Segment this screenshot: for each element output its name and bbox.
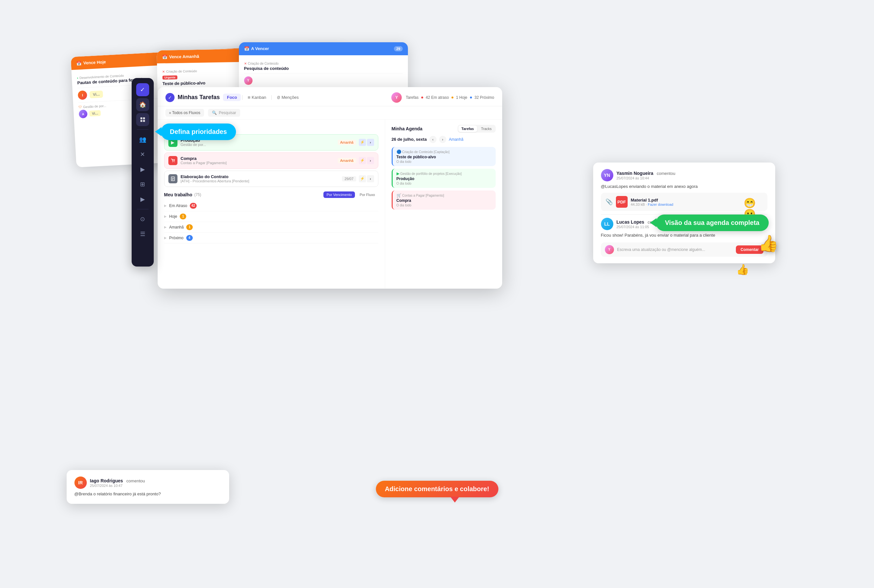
date-nav: 26 de julho, sexta ‹ › Amanhã (392, 136, 496, 143)
badge-atraso: 42 (190, 203, 196, 208)
filter-bar: ≡ Todos os Fluxos 🔍 Pesquisar (157, 106, 502, 120)
sidebar-icon-menu[interactable]: ☰ (136, 228, 149, 240)
tab-mencoes[interactable]: @ Menções (273, 94, 303, 101)
sidebar-icon-people[interactable]: 👥 (136, 133, 149, 146)
agenda-time-3: O dia todo (397, 204, 492, 207)
agenda-name-3: Compra (397, 198, 492, 203)
svg-rect-2 (140, 120, 142, 122)
tab-foco[interactable]: Foco (223, 94, 241, 101)
task-icon-gray (168, 174, 177, 183)
sidebar-icon-home[interactable]: 🏠 (136, 98, 149, 111)
file-name: Material 1.pdf (631, 198, 763, 202)
task-sub-producao: Gestão de por... (181, 143, 334, 147)
comment-text-yasmin: @LucasLopes enviando o material em anexo… (601, 183, 768, 190)
task-action-compra-1[interactable]: ⚡ (359, 157, 366, 164)
agenda-time-1: O dia todo (397, 160, 492, 164)
card-vence-hoje-title: 📅 Vence Hoje (76, 59, 106, 66)
svg-point-5 (174, 162, 175, 162)
task-actions-compra: ⚡ › (359, 157, 374, 164)
emoji-grin: 😁 (744, 198, 756, 208)
main-title-area: ✓ Minhas Tarefas Foco ⊞ Kanban @ Menções (165, 93, 303, 102)
task-info-compra: Compra Contas a Pagar [Pagamento] (181, 156, 334, 165)
tab-kanban[interactable]: ⊞ Kanban (244, 94, 270, 101)
sidebar-icon-tasks[interactable] (136, 113, 149, 126)
date-prev[interactable]: ‹ (429, 136, 436, 143)
agenda-tab-tarefas[interactable]: Tarefas (458, 126, 477, 132)
comment-text-lucas: Ficou show! Parabéns, já vou enviar o ma… (601, 232, 768, 238)
filter-all-flows[interactable]: ≡ Todos os Fluxos (165, 109, 204, 117)
arrow-icon-2: ▶ (164, 214, 167, 218)
work-tab-vencimento[interactable]: Por Vencimento (324, 192, 355, 198)
arrow-icon: ▶ (164, 204, 167, 207)
dot-yellow (451, 96, 453, 99)
task-contrato[interactable]: Elaboração do Contrato [ATH] - Procedime… (164, 171, 378, 187)
comment-action-yasmin: comentou (657, 171, 675, 176)
left-col: Meu Foco (3) ▶ ▶ Produção Gestão de por.… (157, 120, 385, 289)
task-meta-producao: Amanhã ⚡ › (338, 139, 374, 146)
urgent-badge: Urgente (162, 75, 177, 79)
agenda-item-3: 🛒 Contas a Pagar [Pagamento] Compra O di… (392, 190, 496, 210)
task-compra[interactable]: Compra Contas a Pagar [Pagamento] Amanhã… (164, 153, 378, 169)
task-meta-contrato: 29/07 ⚡ › (342, 175, 374, 182)
task-meta-compra: Amanhã ⚡ › (338, 157, 374, 164)
sidebar: ✓ 🏠 👥 ✕ ▶ ⊞ ▶ ⊙ ☰ (132, 78, 154, 267)
svg-rect-1 (143, 117, 145, 119)
comment-name-area-iago: Iago Rodrigues comentou 25/07/2024 às 10… (90, 478, 221, 488)
sidebar-icon-circle[interactable]: ⊙ (136, 213, 149, 226)
agenda-header: Minha Agenda Tarefas Tracks (392, 125, 496, 133)
avatar-current-user: Y (605, 245, 614, 254)
search-box[interactable]: 🔍 Pesquisar (208, 109, 240, 117)
avatar-2: A (79, 109, 87, 118)
file-meta: 44.33 kB · Fazer download (631, 202, 763, 206)
sidebar-icon-play[interactable]: ▶ (136, 163, 149, 176)
date-next[interactable]: › (439, 136, 446, 143)
main-panel-title: Minhas Tarefas (178, 94, 220, 101)
comment-text-iago: @Brenda o relatório financeiro já está p… (75, 491, 221, 497)
comment-file: 📎 PDF Material 1.pdf 44.33 kB · Fazer do… (601, 193, 768, 211)
sidebar-icon-play2[interactable]: ▶ (136, 193, 149, 206)
tab-bar: Foco ⊞ Kanban @ Menções (223, 94, 303, 101)
task-name-compra: Compra (181, 156, 334, 161)
work-tabs: Por Vencimento Por Fluxo (324, 192, 378, 198)
sidebar-icon-x[interactable]: ✕ (136, 148, 149, 161)
work-item-amanha[interactable]: ▶ Amanhã 1 (164, 222, 378, 233)
sidebar-divider-1 (137, 129, 148, 130)
svg-rect-0 (140, 117, 142, 119)
agenda-item-2: ▶ Gestão de portfólio de projetos [Execu… (392, 169, 496, 188)
comment-input[interactable]: Escreva uma atualização ou @mencione alg… (617, 248, 733, 252)
task-action-compra-2[interactable]: › (367, 157, 374, 164)
task-action-contrato-2[interactable]: › (367, 175, 374, 182)
avatar-user: Y (391, 92, 402, 103)
task-action-1[interactable]: ⚡ (359, 139, 366, 146)
work-item-proximo[interactable]: ▶ Próximo 4 (164, 233, 378, 243)
comment-card-iago: IR Iago Rodrigues comentou 25/07/2024 às… (67, 470, 229, 504)
task-action-2[interactable]: › (367, 139, 374, 146)
work-tab-fluxo[interactable]: Por Fluxo (356, 192, 378, 198)
comment-input-area: Y Escreva uma atualização ou @mencione a… (601, 243, 768, 257)
callout-pink: Adicione comentários e colabore! (376, 481, 498, 497)
badge-amanha: 1 (186, 224, 193, 230)
badge-group: Tarefas 42 Em atraso 1 Hoje 32 Próximo (406, 95, 494, 100)
work-item-hoje[interactable]: ▶ Hoje 1 (164, 211, 378, 222)
comment-action-iago: comentou (126, 478, 145, 483)
task-sub-contrato: [ATH] - Procedimentos Abertura [Pendente… (181, 179, 339, 183)
sidebar-icon-grid[interactable]: ⊞ (136, 178, 149, 191)
agenda-tag-1: 🔵 Criação de Conteúdo [Captação] (397, 150, 492, 154)
agenda-item-1: 🔵 Criação de Conteúdo [Captação] Teste d… (392, 147, 496, 166)
task-date-contrato: 29/07 (342, 176, 356, 182)
file-info: Material 1.pdf 44.33 kB · Fazer download (631, 198, 763, 206)
main-header: ✓ Minhas Tarefas Foco ⊞ Kanban @ Menções (157, 87, 502, 106)
task-icon-pink (168, 156, 177, 165)
task-info-contrato: Elaboração do Contrato [ATH] - Procedime… (181, 174, 339, 183)
task-date-producao: Amanhã (338, 140, 356, 145)
callout-blue: Defina prioridades (161, 123, 236, 140)
sidebar-icon-check[interactable]: ✓ (136, 83, 149, 96)
file-download[interactable]: Fazer download (648, 202, 673, 206)
task-action-contrato-1[interactable]: ⚡ (359, 175, 366, 182)
agenda-name-1: Teste de público-alvo (397, 155, 492, 159)
badge-proximo: 4 (186, 235, 193, 241)
work-item-atraso[interactable]: ▶ Em Atraso 42 (164, 201, 378, 211)
agenda-tab-tracks[interactable]: Tracks (478, 126, 495, 132)
commenter-name-yasmin: Yasmin Nogueira (616, 171, 654, 176)
task-date-compra: Amanhã (338, 158, 356, 163)
